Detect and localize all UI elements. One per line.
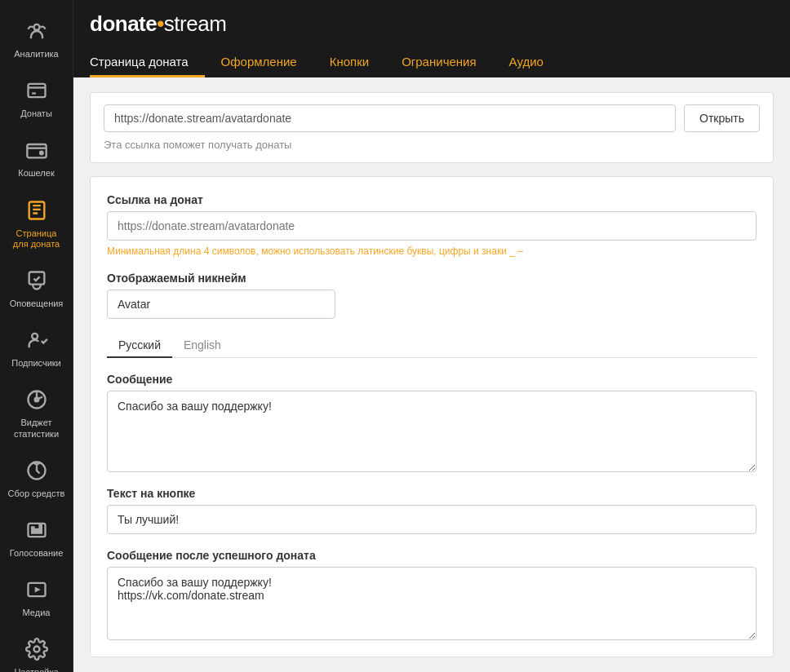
svg-point-8 [34,398,38,402]
link-hint: Минимальная длина 4 символов, можно испо… [107,245,757,257]
subscribers-icon [22,325,51,355]
logo: donate•stream [90,11,774,37]
sidebar-label-voting: Голосование [10,548,64,559]
button-text-field-label: Текст на кнопке [107,487,757,500]
svg-rect-1 [28,84,45,97]
sidebar-label-analytics: Аналитика [14,49,58,60]
link-input[interactable] [107,211,757,241]
logo-dot: • [157,11,164,36]
lang-tab-ru[interactable]: Русский [107,334,172,358]
main-tabs: Страница доната Оформление Кнопки Ограни… [90,48,774,77]
lang-tab-en[interactable]: English [172,334,233,358]
sidebar-label-notifications: Оповещения [10,298,64,309]
logo-part1: donate [90,11,157,36]
fundraising-icon [22,456,51,485]
donate-page-icon [22,196,51,225]
sidebar-label-subscribers: Подписчики [11,358,61,369]
message-textarea[interactable] [107,391,757,472]
sidebar-item-notifications[interactable]: Оповещения [0,258,73,317]
svg-rect-5 [29,272,44,284]
analytics-icon [22,16,51,46]
sidebar-item-voting[interactable]: Голосование [0,507,73,567]
lang-tabs: Русский English [107,334,757,358]
svg-point-0 [33,24,39,30]
url-display[interactable]: https://donate.stream/avatardonate [104,104,676,132]
logo-part2: stream [164,11,226,36]
sidebar-item-widget-stats[interactable]: Виджетстатистики [0,377,73,447]
url-row: https://donate.stream/avatardonate Откры… [104,104,760,132]
sidebar-label-media: Медиа [23,608,51,618]
sidebar-item-analytics[interactable]: Аналитика [0,8,73,68]
wallet-icon [22,135,51,165]
open-button[interactable]: Открыть [684,104,760,132]
link-field-label: Ссылка на донат [107,193,757,206]
sidebar-item-donates[interactable]: Донаты [0,68,73,127]
sidebar-item-fundraising[interactable]: Сбор средств [0,448,73,507]
tab-audio[interactable]: Аудио [493,48,560,77]
url-hint: Эта ссылка поможет получать донаты [104,139,760,151]
nickname-field-group: Отображаемый никнейм [107,272,757,319]
svg-marker-12 [34,587,40,593]
widget-stats-icon [22,385,51,414]
header: donate•stream Страница доната Оформление… [73,0,790,77]
after-donate-field-group: Сообщение после успешного доната [107,549,757,640]
voting-icon [22,515,51,545]
nickname-field-label: Отображаемый никнейм [107,272,757,285]
tab-donate-page[interactable]: Страница доната [90,48,205,77]
tab-design[interactable]: Оформление [205,48,313,77]
donates-icon [22,76,51,105]
link-field-group: Ссылка на донат Минимальная длина 4 симв… [107,193,757,257]
sidebar-label-wallet: Кошелек [18,168,54,179]
sidebar-item-subscribers[interactable]: Подписчики [0,317,73,377]
tab-buttons[interactable]: Кнопки [313,48,385,77]
svg-rect-2 [27,144,46,157]
sidebar-item-settings[interactable]: Настройка [0,626,73,672]
nickname-input[interactable] [107,290,335,319]
sidebar-item-media[interactable]: Медиа [0,567,73,626]
message-field-label: Сообщение [107,373,757,386]
svg-point-6 [32,334,38,339]
sidebar-label-fundraising: Сбор средств [8,489,65,499]
page-body: https://donate.stream/avatardonate Откры… [73,77,790,672]
message-field-group: Сообщение [107,373,757,472]
sidebar-item-wallet[interactable]: Кошелек [0,127,73,187]
sidebar: Аналитика Донаты Кошелек [0,0,73,672]
main-content: donate•stream Страница доната Оформление… [73,0,790,672]
after-donate-textarea[interactable] [107,567,757,640]
after-donate-field-label: Сообщение после успешного доната [107,549,757,562]
tab-limits[interactable]: Ограничения [385,48,492,77]
settings-icon [22,634,51,664]
svg-point-3 [40,152,43,155]
button-text-input[interactable] [107,505,757,534]
svg-point-13 [33,647,39,652]
settings-card: Ссылка на донат Минимальная длина 4 симв… [90,176,774,657]
sidebar-item-donate-page[interactable]: Страницадля доната [0,188,73,258]
url-card: https://donate.stream/avatardonate Откры… [90,92,774,163]
sidebar-label-widget-stats: Виджетстатистики [14,418,59,439]
button-text-field-group: Текст на кнопке [107,487,757,534]
media-icon [22,575,51,604]
sidebar-label-donate-page: Страницадля доната [13,228,60,250]
sidebar-label-settings: Настройка [14,667,58,672]
notifications-icon [22,266,51,295]
sidebar-label-donates: Донаты [20,108,52,119]
